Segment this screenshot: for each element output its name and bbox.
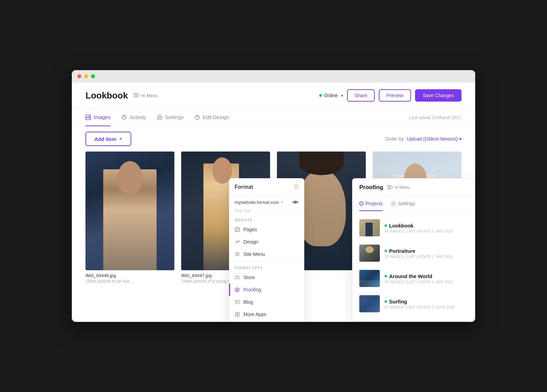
proofing-tabs: Projects Settings bbox=[352, 197, 475, 211]
close-dot[interactable] bbox=[77, 74, 81, 78]
site-menu-label: Site Menu bbox=[243, 251, 265, 257]
format-divider-1 bbox=[229, 262, 304, 262]
proofing-tab-projects[interactable]: Projects bbox=[359, 197, 383, 211]
project-info-surfing: Surfing 87 IMAGES | LAST UPDATE 3. JUNE … bbox=[385, 299, 468, 309]
online-badge[interactable]: Online ▾ bbox=[319, 93, 343, 98]
order-by-label: Order by bbox=[385, 136, 404, 142]
order-by-control: Order by Upload (Oldest-Newest) ▾ bbox=[385, 136, 462, 142]
project-meta-portraiture: 29 IMAGES | LAST UPDATE 1. MAY 2016 bbox=[385, 255, 468, 259]
proofing-label: Proofing bbox=[243, 287, 261, 292]
store-icon bbox=[235, 275, 240, 280]
in-menu-badge[interactable]: In Menu bbox=[133, 93, 158, 98]
tabs-left: Images Activity Settings bbox=[85, 109, 229, 126]
project-thumb-world bbox=[359, 270, 380, 287]
header-left: Lookbook In Menu bbox=[85, 90, 158, 101]
app-title: Lookbook bbox=[85, 90, 128, 101]
in-menu-label: In Menu bbox=[142, 93, 158, 98]
project-item-around-world[interactable]: Around the World 30 IMAGES | LAST UPDATE… bbox=[352, 266, 475, 291]
online-dot bbox=[319, 94, 322, 97]
images-icon bbox=[85, 115, 91, 120]
format-proofing-item[interactable]: Proofing bbox=[229, 284, 304, 296]
proofing-settings-icon bbox=[391, 201, 396, 206]
image-item-1[interactable]: IMG_84446.jpg Urban portrait in tan suit… bbox=[85, 152, 174, 284]
projects-tab-circle-icon bbox=[359, 201, 363, 206]
projects-tab-label: Projects bbox=[365, 201, 383, 206]
settings-icon bbox=[157, 115, 162, 120]
format-url[interactable]: mywebsite.format.com ▾ bbox=[235, 200, 283, 205]
project-meta-lookbook: 64 IMAGES | LAST UPDATE 1. MAY 2016 bbox=[385, 230, 468, 233]
svg-point-18 bbox=[236, 288, 239, 292]
svg-point-10 bbox=[295, 201, 296, 203]
tab-settings[interactable]: Settings bbox=[157, 109, 184, 126]
tab-images[interactable]: Images bbox=[85, 109, 110, 126]
svg-point-32 bbox=[393, 203, 394, 204]
design-icon bbox=[235, 239, 240, 245]
proofing-tab-settings[interactable]: Settings bbox=[391, 197, 415, 211]
project-item-lookbook[interactable]: Lookbook 64 IMAGES | LAST UPDATE 1. MAY … bbox=[352, 215, 475, 240]
tab-activity-label: Activity bbox=[130, 114, 146, 120]
project-info-portraiture: Portraiture 29 IMAGES | LAST UPDATE 1. M… bbox=[385, 248, 468, 259]
format-trial: Free Trial bbox=[229, 209, 304, 213]
svg-point-4 bbox=[89, 116, 90, 117]
project-thumb-surfing bbox=[359, 295, 380, 312]
tab-activity[interactable]: Activity bbox=[121, 109, 146, 126]
project-thumb-portraiture bbox=[359, 245, 380, 262]
format-store-item[interactable]: Store bbox=[229, 271, 304, 284]
format-pages-item[interactable]: Pages bbox=[229, 223, 304, 236]
svg-rect-25 bbox=[235, 315, 237, 316]
format-dropdown: Format ☰ mywebsite.format.com ▾ Free Tri… bbox=[229, 178, 304, 322]
project-list: Lookbook 64 IMAGES | LAST UPDATE 1. MAY … bbox=[352, 211, 475, 321]
online-label: Online bbox=[324, 93, 338, 98]
app-header: Lookbook In Menu Online ▾ S bbox=[72, 82, 475, 109]
pages-icon bbox=[235, 227, 240, 232]
save-changes-button[interactable]: Save Changes bbox=[415, 89, 462, 102]
format-title: Format bbox=[235, 184, 253, 190]
minimize-dot[interactable] bbox=[84, 74, 88, 78]
menu-icon bbox=[133, 93, 139, 98]
svg-point-7 bbox=[195, 115, 199, 119]
proofing-icon bbox=[235, 287, 240, 292]
project-name-lookbook: Lookbook bbox=[389, 223, 414, 228]
order-chevron-icon: ▾ bbox=[459, 136, 462, 142]
project-item-surfing[interactable]: Surfing 87 IMAGES | LAST UPDATE 3. JUNE … bbox=[352, 291, 475, 316]
format-more-apps-item[interactable]: More Apps bbox=[229, 308, 304, 321]
project-item-portraiture[interactable]: Portraiture 29 IMAGES | LAST UPDATE 1. M… bbox=[352, 240, 475, 266]
share-button[interactable]: Share bbox=[347, 89, 375, 102]
svg-rect-31 bbox=[387, 188, 391, 189]
project-name-world: Around the World bbox=[389, 273, 432, 279]
maximize-dot[interactable] bbox=[91, 74, 95, 78]
format-blog-item[interactable]: Blog bbox=[229, 296, 304, 308]
add-item-button[interactable]: Add Item + bbox=[85, 132, 131, 146]
site-menu-icon bbox=[235, 251, 240, 257]
project-name-portraiture: Portraiture bbox=[389, 248, 415, 254]
proofing-in-menu[interactable]: In Menu bbox=[387, 185, 410, 190]
status-dot-world bbox=[385, 275, 387, 277]
project-name-row-lookbook: Lookbook bbox=[385, 223, 468, 228]
activity-icon bbox=[121, 115, 127, 120]
image-desc-1: Urban portrait in tan suit... bbox=[85, 279, 174, 284]
format-design-item[interactable]: Design bbox=[229, 236, 304, 248]
project-name-row-world: Around the World bbox=[385, 273, 468, 279]
tab-edit-design[interactable]: Edit Design bbox=[195, 109, 229, 126]
svg-rect-2 bbox=[133, 96, 138, 97]
more-apps-icon bbox=[235, 312, 240, 317]
format-url-row: mywebsite.format.com ▾ bbox=[229, 196, 304, 209]
browser-chrome bbox=[72, 70, 475, 82]
design-label: Design bbox=[243, 239, 258, 245]
preview-button[interactable]: Preview bbox=[379, 89, 411, 102]
format-site-menu-item[interactable]: Site Menu bbox=[229, 248, 304, 260]
image-thumb-1 bbox=[85, 152, 174, 270]
svg-rect-0 bbox=[133, 93, 138, 94]
project-thumb-lookbook bbox=[359, 219, 380, 236]
more-apps-label: More Apps bbox=[243, 312, 266, 317]
format-menu-icon[interactable]: ☰ bbox=[294, 184, 299, 190]
project-meta-surfing: 87 IMAGES | LAST UPDATE 3. JUNE 2016 bbox=[385, 305, 468, 309]
browser-window: Lookbook In Menu Online ▾ S bbox=[72, 70, 475, 322]
order-by-value[interactable]: Upload (Oldest-Newest) ▾ bbox=[407, 136, 462, 142]
eye-icon[interactable] bbox=[292, 199, 299, 205]
project-name-row-surfing: Surfing bbox=[385, 299, 468, 304]
status-dot-surfing bbox=[385, 300, 387, 303]
app-container: Lookbook In Menu Online ▾ S bbox=[72, 82, 475, 322]
project-meta-world: 30 IMAGES | LAST UPDATE 1. MAY 2016 bbox=[385, 280, 468, 284]
tab-settings-label: Settings bbox=[165, 114, 184, 120]
